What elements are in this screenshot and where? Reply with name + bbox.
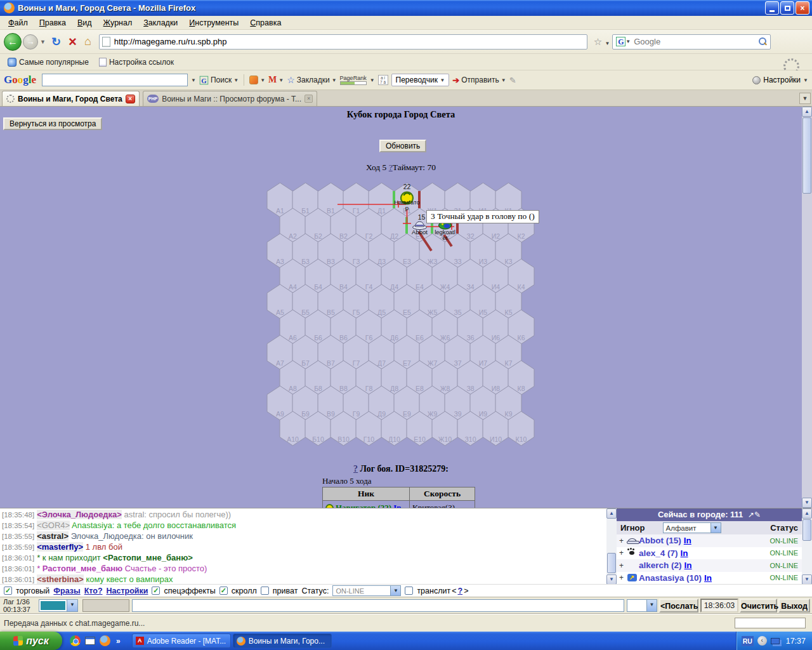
pagerank-widget[interactable]: PageRank [340,76,367,85]
engine-dropdown-icon[interactable]: ▼ [625,39,631,44]
network-icon[interactable] [771,638,780,644]
tab-close-icon[interactable]: × [126,95,135,103]
back-button[interactable]: ← [4,33,22,51]
player-name[interactable]: Anastasiya (10) [639,573,702,583]
url-input[interactable] [114,37,584,46]
chat-message-input[interactable] [132,599,624,612]
tab-close-icon[interactable]: × [304,95,313,103]
search-input[interactable] [631,37,759,46]
language-indicator[interactable]: RU [742,636,754,646]
chat-nick[interactable]: <masterfly> [37,542,83,552]
chevron-down-icon[interactable]: ▼ [646,600,657,611]
menu-item-Журнал[interactable]: Журнал [98,17,138,29]
menu-item-Файл[interactable]: Файл [3,17,34,29]
tab-inactive[interactable]: PHPВоины и Маги :: Просмотр форума - Т..… [143,91,317,106]
close-button[interactable]: × [796,1,809,15]
tab-active[interactable]: Воины и Маги, Город Света× [2,91,140,106]
scroll-down-icon[interactable]: ▼ [802,574,812,585]
firefox-icon[interactable] [100,635,110,646]
return-from-view-button[interactable]: Вернуться из просмотра [3,117,102,130]
search-box[interactable]: G ▼ [612,34,771,50]
highlighter-icon[interactable]: ✎ [509,76,516,85]
exit-chat-button[interactable]: Выход [778,599,810,613]
edit-icon[interactable]: ✎ [754,510,761,519]
scrollbar-thumb[interactable] [802,519,811,541]
page-scrollbar[interactable]: ▲ ▼ [802,107,812,508]
bookmark-star-icon[interactable]: ☆ ▼ [591,35,613,49]
gmail-button[interactable]: M▼ [268,75,284,85]
scroll-down-icon[interactable]: ▼ [606,574,617,585]
smiley-select[interactable]: ▼ [627,599,657,612]
clear-chat-button[interactable]: Очистить [740,599,777,613]
checkbox-транслит[interactable] [405,587,413,595]
chat-color-select[interactable]: ▼ [39,599,78,612]
home-icon[interactable]: ⌂ [84,35,91,48]
expand-plus-icon[interactable]: + [619,573,624,582]
scroll-up-icon[interactable]: ▲ [606,508,617,519]
menu-item-Правка[interactable]: Правка [34,17,72,29]
player-row[interactable]: +↗Anastasiya (10)InON-LINE [617,572,802,585]
checkbox-приват[interactable] [261,587,269,595]
chrome-icon[interactable] [70,635,81,646]
player-row[interactable]: +alkerch (2)InON-LINE [617,559,802,572]
menu-item-Закладки[interactable]: Закладки [138,17,183,29]
taskbar-task[interactable]: AAdobe Reader - [MAT... [132,633,231,648]
minimize-button[interactable] [765,1,779,15]
control-link-Настройки[interactable]: Настройки [107,587,148,595]
log-nick[interactable]: Навигатор (22) [336,503,391,508]
chat-nick[interactable]: <GOR4> [37,521,70,530]
checkbox-спецэффекты[interactable]: ✓ [152,587,160,595]
gbookmarks-button[interactable]: ☆Закладки▼ [287,75,336,85]
send-message-button[interactable]: <Послать [659,599,698,613]
chat-nick[interactable]: <stherbina> [37,574,84,584]
start-button[interactable]: пуск [0,632,62,650]
search-engine-icon[interactable]: G [616,37,625,46]
igoogle-button[interactable]: ▼ [249,76,265,84]
restore-button[interactable] [780,1,794,15]
checkbox-торговый[interactable]: ✓ [4,587,12,595]
show-desktop-icon[interactable] [85,637,95,645]
translit-help-link[interactable]: ? [457,587,462,595]
forward-button[interactable]: → [23,34,38,50]
popout-icon[interactable]: ↗ [748,510,754,519]
log-in-link[interactable]: In [393,503,401,508]
player-name[interactable]: alex_4 (7) [639,548,678,558]
expand-plus-icon[interactable]: + [619,561,624,570]
reload-icon[interactable]: ↻ [51,35,61,49]
player-in-link[interactable]: In [704,573,712,583]
player-in-link[interactable]: In [681,548,688,558]
control-link-Фразы[interactable]: Фразы [53,587,80,595]
menu-item-Инструменты[interactable]: Инструменты [183,17,244,29]
sort-select[interactable]: Алфавит ▼ [663,522,721,533]
taskbar-task[interactable]: Воины и Маги, Горо... [233,633,332,648]
scrollbar-thumb[interactable] [802,117,811,194]
chat-nick[interactable]: Растопи_мне_баню [43,564,122,573]
toolbar-settings-button[interactable]: Настройки▼ [752,76,808,84]
log-help-link[interactable]: ? [353,464,358,474]
scroll-down-icon[interactable]: ▼ [802,498,812,508]
google-search-button[interactable]: G Поиск▼ [199,76,239,85]
scrollbar-thumb[interactable] [607,553,616,573]
player-in-link[interactable]: In [684,536,691,545]
search-icon[interactable] [759,37,767,46]
players-scrollbar[interactable]: ▲ ▼ [802,508,812,585]
chat-nick[interactable]: <Растопи_мне_баню> [103,553,193,562]
player-in-link[interactable]: In [684,560,692,570]
translate-icon[interactable]: a í7 ä [378,75,388,85]
checkbox-скролл[interactable]: ✓ [219,587,228,595]
expand-plus-icon[interactable]: + [619,548,624,557]
url-bar[interactable] [99,34,587,50]
chat-nick[interactable]: <astral> [37,531,69,541]
bookmark-most-popular[interactable]: Самые популярные [4,56,93,68]
menu-item-Справка[interactable]: Справка [244,17,287,29]
translator-button[interactable]: Переводчик ▼ [391,74,450,86]
chevron-more-icon[interactable]: » [116,637,121,646]
bookmark-link-settings[interactable]: Настройка ссылок [95,56,178,68]
control-link-Кто?[interactable]: Кто? [84,587,103,595]
player-name[interactable]: Abbot (15) [639,536,681,545]
menu-item-Вид[interactable]: Вид [72,17,98,29]
expand-plus-icon[interactable]: + [619,536,624,545]
google-search-dropdown-icon[interactable]: ▼ [191,77,196,83]
chevron-down-icon[interactable]: ▼ [390,586,400,595]
status-select[interactable]: ON-LINE▼ [332,585,401,596]
